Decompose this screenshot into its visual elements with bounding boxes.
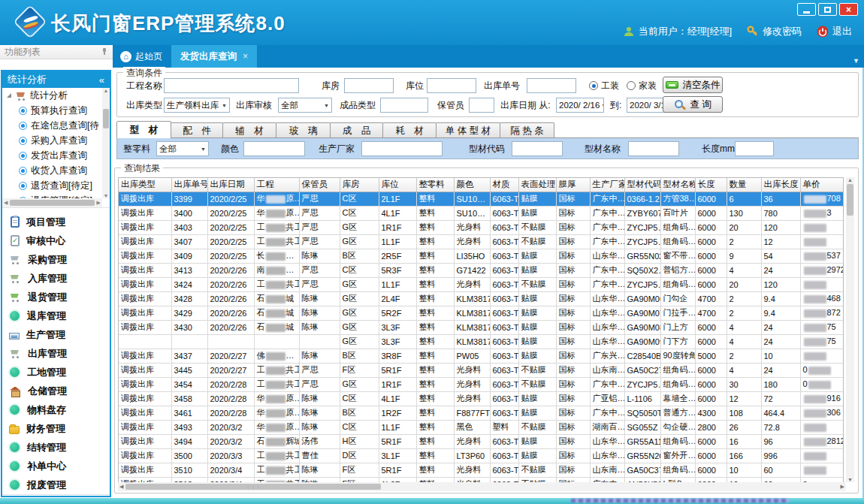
scroll-up-icon[interactable]: ▲	[104, 88, 109, 93]
table-row[interactable]: 调拨出库34932020/3/2华原…陈琳C区1L1F整料黑色塑料不贴膜国标湖南…	[119, 420, 844, 434]
table-row[interactable]: 调拨出库35002020/3/3工共工程曹佳D区3L1F整料LT3P606063…	[119, 448, 844, 463]
manufacturer-input[interactable]	[361, 141, 443, 156]
search-button[interactable]: 查 询	[663, 96, 723, 113]
audit-select[interactable]: 全部▼	[278, 98, 332, 113]
table-row[interactable]: 调拨出库34242020/2/26工共工程严思G区1L1F整料光身料6063-T…	[119, 277, 844, 291]
column-header-保管员[interactable]: 保管员	[299, 178, 340, 192]
table-row[interactable]: 调拨出库34452020/2/27工共工程严思F区5R1F整料光身料6063-T…	[119, 363, 844, 377]
material-tab-耗材[interactable]: 耗 材	[382, 122, 437, 138]
maximize-button[interactable]	[818, 3, 837, 16]
scroll-left-icon[interactable]: ◀	[4, 200, 8, 206]
table-row[interactable]: 调拨出库34092020/2/25长…陈琳B区2R5F整料LI35HO6063-…	[119, 249, 844, 263]
column-header-出库长度[interactable]: 出库长度	[761, 178, 800, 192]
stats-section-header[interactable]: 统计分析 «	[2, 71, 110, 88]
tree-vertical-scrollbar[interactable]: ▲ ▼	[102, 88, 110, 198]
column-header-长度[interactable]: 长度	[695, 178, 727, 192]
scroll-down-icon[interactable]: ▼	[104, 193, 109, 198]
color-input[interactable]	[243, 141, 305, 156]
column-header-材质[interactable]: 材质	[490, 178, 518, 192]
column-header-表面处理[interactable]: 表面处理	[518, 178, 556, 192]
column-header-生产厂家[interactable]: 生产厂家	[590, 178, 624, 192]
column-header-出库类型[interactable]: 出库类型	[119, 178, 171, 192]
column-header-整零料[interactable]: 整零料	[416, 178, 454, 192]
table-row[interactable]: 调拨出库35102020/3/4工共工程陈琳F区5R1F整料光身料6063-T5…	[119, 463, 844, 477]
column-header-库房[interactable]: 库房	[340, 178, 379, 192]
sidebar-item-补单中心[interactable]: 补单中心	[2, 457, 110, 475]
table-row[interactable]: 调拨出库34292020/2/26石城陈琳G区5R2F整料KLM38176063…	[119, 306, 844, 320]
table-row[interactable]: G区3L3F整料KLM38176063-T5贴膜国标山东华…GA90M09.门下…	[119, 334, 844, 349]
sidebar-item-生产管理[interactable]: 生产管理	[2, 325, 110, 344]
radio-gongzhuang[interactable]: 工装	[589, 78, 619, 93]
material-tab-隔热条[interactable]: 隔 热 条	[500, 122, 554, 138]
table-horizontal-scrollbar[interactable]: ◀ ⋮⋮⋮ ▶	[118, 482, 846, 491]
tree-item-预算执行查询[interactable]: 预算执行查询	[2, 103, 102, 118]
keeper-input[interactable]	[469, 98, 494, 113]
column-header-型材名称[interactable]: 型材名称	[660, 178, 695, 192]
table-row[interactable]: 调拨出库34072020/2/25工共工程严思G区1L1F整料光身料6063-T…	[119, 234, 844, 249]
table-row[interactable]: 调拨出库34032020/2/25工共工程严思G区1R1F整料光身料6063-T…	[119, 220, 844, 234]
material-tab-玻璃[interactable]: 玻 璃	[276, 122, 331, 138]
column-header-颜色[interactable]: 颜色	[454, 178, 490, 192]
sidebar-item-入库管理[interactable]: 入库管理	[2, 269, 110, 288]
name-input[interactable]	[628, 141, 679, 156]
table-row[interactable]: 调拨出库34372020/2/27佛…陈琳B区3R8F整料PW056063-T5…	[119, 349, 844, 363]
scroll-right-icon[interactable]: ▶	[97, 200, 101, 206]
clear-conditions-button[interactable]: 清空条件	[663, 77, 723, 93]
warehouse-input[interactable]	[344, 78, 394, 93]
material-tab-型材[interactable]: 型 材	[116, 121, 171, 138]
column-header-工程[interactable]: 工程	[254, 178, 299, 192]
project-input[interactable]	[164, 78, 299, 93]
column-header-出库日期[interactable]: 出库日期	[207, 178, 254, 192]
part-select[interactable]: 全部▼	[156, 141, 209, 156]
sidebar-item-物料盘存[interactable]: 物料盘存	[2, 400, 110, 419]
tree-horizontal-scrollbar[interactable]: ◀ ▶	[2, 198, 102, 207]
column-header-库位[interactable]: 库位	[379, 178, 416, 192]
scroll-thumb[interactable]	[103, 109, 109, 128]
expander-icon[interactable]	[7, 93, 11, 98]
table-row[interactable]: 调拨出库33992020/2/25华原…严思C区2L1F整料SU10…6063-…	[119, 192, 844, 206]
table-row[interactable]: 调拨出库34942020/3/2石辉城汤伟H区5R1F整料光身料6063-T5贴…	[119, 434, 844, 448]
sidebar-item-仓储管理[interactable]: 仓储管理	[2, 382, 110, 400]
tree-item-发货出库查询[interactable]: 发货出库查询	[2, 148, 102, 163]
scroll-thumb[interactable]	[847, 184, 853, 216]
module-cart-button[interactable]	[72, 496, 93, 498]
column-header-出库单号[interactable]: 出库单号	[171, 178, 207, 192]
tree-item-退库管理[待定][interactable]: 退库管理[待定]	[2, 193, 102, 198]
scroll-down-icon[interactable]: ▼	[847, 477, 853, 482]
sidebar-item-报废管理[interactable]: 报废管理	[2, 475, 110, 494]
sidebar-item-退库管理[interactable]: 退库管理	[2, 306, 110, 325]
sidebar-item-退货管理[interactable]: 退货管理	[2, 288, 110, 306]
radio-jiazhuang[interactable]: 家装	[627, 78, 657, 93]
sidebar-item-结转管理[interactable]: 结转管理	[2, 438, 110, 457]
tab-shipping-query[interactable]: 发货出库查询 ×	[171, 45, 257, 68]
tree-item-在途信息查询[待[interactable]: 在途信息查询[待	[2, 118, 102, 133]
tree-root[interactable]: 统计分析	[2, 88, 102, 103]
table-row[interactable]: 调拨出库34582020/2/28华原…陈琳C区4L1F整料光身料6063-T5…	[119, 391, 844, 406]
order-no-input[interactable]	[527, 78, 576, 93]
sidebar-item-项目管理[interactable]: 项目管理	[2, 213, 110, 231]
tree-item-退货查询[待定][interactable]: 退货查询[待定]	[2, 178, 102, 193]
column-header-膜厚[interactable]: 膜厚	[556, 178, 590, 192]
sidebar-item-工地管理[interactable]: 工地管理	[2, 363, 110, 382]
date-from-select[interactable]: 2020/ 2/16▼	[556, 98, 604, 113]
material-tab-单体型材[interactable]: 单 体 型 材	[436, 122, 500, 138]
table-row[interactable]: 调拨出库34132020/2/26南…严思C区5R3F整料G714226063-…	[119, 263, 844, 277]
column-header-单价[interactable]: 单价	[800, 178, 844, 192]
table-vertical-scrollbar[interactable]: ▲ ▼	[846, 177, 854, 482]
pin-icon[interactable]	[101, 47, 108, 56]
material-tab-成品[interactable]: 成 品	[330, 122, 383, 138]
column-header-数量[interactable]: 数量	[727, 178, 761, 192]
tree-item-采购入库查询[interactable]: 采购入库查询	[2, 133, 102, 148]
material-tab-辅材[interactable]: 辅 材	[222, 122, 276, 138]
sidebar-item-审核中心[interactable]: ✓审核中心	[2, 231, 110, 250]
table-row[interactable]: 调拨出库34542020/2/28工共工程严思G区1R1F整料光身料6063-T…	[119, 377, 844, 391]
out-type-select[interactable]: 生产领料出库▼	[164, 98, 230, 113]
tab-close-icon[interactable]: ×	[243, 51, 248, 62]
minimize-button[interactable]	[797, 3, 816, 16]
tree-item-收货入库查询[interactable]: 收货入库查询	[2, 163, 102, 178]
table-row[interactable]: 调拨出库34612020/2/28华原…陈琳B区1R2F整料F8877FT606…	[119, 406, 844, 420]
tab-overflow-icon[interactable]: ▼	[853, 57, 859, 65]
sidebar-item-财务管理[interactable]: 财务管理	[2, 419, 110, 438]
code-input[interactable]	[512, 141, 563, 156]
column-header-型材代码[interactable]: 型材代码	[624, 178, 660, 192]
